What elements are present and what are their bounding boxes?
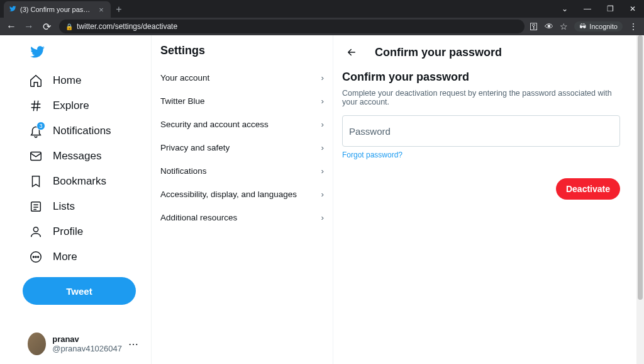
- settings-item-privacy[interactable]: Privacy and safety ›: [152, 136, 333, 159]
- section-description: Complete your deactivation request by en…: [333, 89, 629, 115]
- home-icon: [29, 74, 43, 88]
- chevron-right-icon: ›: [321, 166, 325, 176]
- twitter-logo-icon[interactable]: [23, 39, 146, 68]
- settings-item-label: Security and account access: [160, 120, 269, 129]
- tab-title: (3) Confirm your password / Twit: [20, 6, 93, 13]
- sidebar-item-messages[interactable]: Messages: [23, 144, 146, 169]
- chevron-right-icon: ›: [321, 143, 325, 152]
- account-names: pranav @pranav41026047: [52, 334, 122, 353]
- close-window-icon[interactable]: ✕: [621, 0, 644, 18]
- menu-icon[interactable]: ⋮: [629, 21, 638, 31]
- tab-bar: (3) Confirm your password / Twit × + ⌄ ―…: [0, 0, 644, 18]
- sidebar-item-home[interactable]: Home: [23, 68, 146, 93]
- chevron-right-icon: ›: [321, 120, 325, 129]
- bell-icon: 3: [29, 124, 43, 138]
- forgot-password-link[interactable]: Forgot password?: [333, 147, 411, 163]
- action-row: Deactivate: [333, 163, 629, 200]
- star-icon[interactable]: ☆: [560, 21, 568, 31]
- deactivate-button[interactable]: Deactivate: [556, 178, 620, 200]
- settings-item-security[interactable]: Security and account access ›: [152, 113, 333, 136]
- svg-rect-0: [31, 152, 42, 161]
- sidebar-item-label: Messages: [53, 150, 101, 162]
- settings-item-label: Notifications: [160, 166, 207, 176]
- chevron-right-icon: ›: [321, 190, 325, 199]
- settings-item-additional[interactable]: Additional resources ›: [152, 206, 333, 229]
- scrollbar[interactable]: [636, 35, 644, 364]
- notification-badge: 3: [36, 122, 45, 130]
- sidebar-item-lists[interactable]: Lists: [23, 194, 146, 219]
- chevron-right-icon: ›: [321, 96, 325, 106]
- settings-item-label: Accessibility, display, and languages: [160, 190, 297, 199]
- settings-item-twitter-blue[interactable]: Twitter Blue ›: [152, 89, 333, 113]
- tweet-button[interactable]: Tweet: [23, 277, 136, 305]
- minimize-icon[interactable]: ―: [576, 0, 599, 18]
- bookmark-icon: [29, 174, 43, 188]
- window-controls: ⌄ ― ❐ ✕: [553, 0, 644, 18]
- svg-point-5: [35, 256, 36, 258]
- sidebar-item-label: Explore: [53, 100, 89, 112]
- chevron-right-icon: ›: [321, 73, 325, 82]
- sidebar: Home Explore 3 Notifications Messages Bo…: [0, 35, 151, 364]
- chevron-right-icon: ›: [321, 213, 325, 222]
- incognito-badge[interactable]: 🕶 Incognito: [574, 21, 623, 31]
- svg-point-6: [38, 256, 39, 258]
- incognito-icon: 🕶: [579, 23, 586, 30]
- svg-point-2: [33, 227, 38, 232]
- new-tab-button[interactable]: +: [111, 1, 127, 18]
- arrow-left-icon: [346, 47, 357, 58]
- browser-tab[interactable]: (3) Confirm your password / Twit ×: [4, 1, 111, 18]
- key-icon[interactable]: ⚿: [530, 21, 538, 31]
- chevron-down-icon[interactable]: ⌄: [553, 0, 576, 18]
- settings-item-accessibility[interactable]: Accessibility, display, and languages ›: [152, 183, 333, 206]
- sidebar-item-notifications[interactable]: 3 Notifications: [23, 118, 146, 144]
- toolbar-right: ⚿ 👁 ☆ 🕶 Incognito ⋮: [530, 21, 640, 31]
- sidebar-item-label: More: [53, 251, 77, 263]
- twitter-favicon-icon: [9, 5, 16, 14]
- section-subtitle: Confirm your password: [333, 71, 629, 89]
- sidebar-item-label: Lists: [53, 200, 75, 213]
- account-switcher[interactable]: pranav @pranav41026047 ⋯: [23, 327, 146, 360]
- browser-chrome: (3) Confirm your password / Twit × + ⌄ ―…: [0, 0, 644, 35]
- close-icon[interactable]: ×: [97, 5, 106, 14]
- password-field-wrapper[interactable]: [342, 115, 620, 147]
- handle: @pranav41026047: [52, 344, 122, 353]
- eye-off-icon[interactable]: 👁: [545, 21, 553, 31]
- forward-icon[interactable]: →: [21, 19, 36, 34]
- maximize-icon[interactable]: ❐: [599, 0, 621, 18]
- settings-item-notifications[interactable]: Notifications ›: [152, 159, 333, 183]
- settings-title: Settings: [152, 39, 333, 66]
- password-input[interactable]: [349, 126, 613, 137]
- sidebar-item-label: Profile: [53, 225, 83, 238]
- display-name: pranav: [52, 334, 122, 344]
- sidebar-item-label: Home: [53, 74, 81, 87]
- hashtag-icon: [29, 99, 43, 113]
- sidebar-item-more[interactable]: More: [23, 244, 146, 270]
- settings-item-label: Your account: [160, 73, 209, 82]
- lock-icon: 🔒: [65, 23, 73, 30]
- settings-item-label: Privacy and safety: [160, 143, 230, 152]
- page: Home Explore 3 Notifications Messages Bo…: [0, 35, 644, 364]
- sidebar-item-profile[interactable]: Profile: [23, 219, 146, 244]
- back-button[interactable]: [342, 43, 361, 62]
- back-icon[interactable]: ←: [4, 19, 19, 34]
- sidebar-item-explore[interactable]: Explore: [23, 93, 146, 118]
- settings-item-your-account[interactable]: Your account ›: [152, 66, 333, 89]
- list-icon: [29, 200, 43, 213]
- incognito-label: Incognito: [589, 23, 618, 30]
- ellipsis-icon[interactable]: ⋯: [128, 338, 141, 350]
- reload-icon[interactable]: ⟳: [39, 19, 54, 34]
- sidebar-item-label: Bookmarks: [53, 175, 106, 188]
- svg-point-4: [33, 256, 34, 258]
- profile-icon: [29, 225, 43, 239]
- url-bar[interactable]: 🔒 twitter.com/settings/deactivate: [59, 20, 525, 33]
- browser-toolbar: ← → ⟳ 🔒 twitter.com/settings/deactivate …: [0, 18, 644, 35]
- scrollbar-thumb[interactable]: [638, 35, 643, 300]
- sidebar-item-bookmarks[interactable]: Bookmarks: [23, 169, 146, 194]
- envelope-icon: [29, 149, 43, 163]
- sidebar-item-label: Notifications: [53, 125, 111, 137]
- main-header: Confirm your password: [333, 39, 629, 71]
- settings-item-label: Additional resources: [160, 213, 237, 222]
- settings-column: Settings Your account › Twitter Blue › S…: [151, 35, 333, 364]
- url-text: twitter.com/settings/deactivate: [77, 22, 177, 31]
- main-column: Confirm your password Confirm your passw…: [333, 35, 644, 364]
